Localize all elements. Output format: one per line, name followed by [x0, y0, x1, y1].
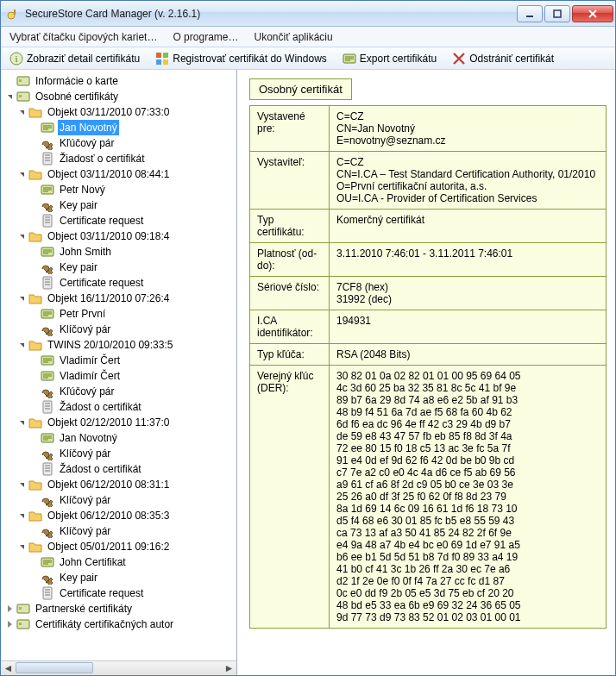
- tree-req[interactable]: Certificate request: [58, 585, 145, 601]
- cert-icon: [41, 245, 54, 259]
- expand-icon[interactable]: [16, 479, 27, 490]
- expand-icon[interactable]: [16, 340, 27, 350]
- request-icon: [41, 214, 54, 228]
- request-icon: [41, 586, 54, 600]
- tree-keypair[interactable]: Klíčový pár: [58, 523, 112, 539]
- tree-keypair[interactable]: Klíčový pár: [58, 446, 112, 461]
- tree-keypair[interactable]: Kľúčový pár: [58, 384, 116, 399]
- key-icon: [41, 571, 54, 585]
- expand-icon[interactable]: [4, 604, 15, 614]
- tool-delete-cert[interactable]: Odstrániť certifikát: [449, 50, 557, 67]
- minimize-button[interactable]: [517, 5, 543, 22]
- tree-keypair[interactable]: Key pair: [58, 197, 99, 213]
- tool-delete-label: Odstrániť certifikát: [469, 53, 554, 65]
- tree-personal-certs[interactable]: Osobné certifikáty: [34, 89, 120, 104]
- folder-icon: [28, 540, 42, 554]
- folder-icon: [28, 229, 42, 243]
- issuer-label: Vystaviteľ:: [250, 152, 330, 210]
- issued-for-label: Vystavené pre:: [250, 106, 330, 152]
- tree-req[interactable]: Certificate request: [58, 213, 145, 228]
- horizontal-scrollbar[interactable]: ◄ ►: [1, 660, 236, 675]
- card-icon: [16, 90, 30, 103]
- toolbar: Zobraziť detail certifikátu Registrovať …: [1, 47, 615, 70]
- serial-label: Sériové číslo:: [250, 277, 330, 310]
- tool-cert-detail-label: Zobraziť detail certifikátu: [27, 53, 140, 65]
- certificate-tree[interactable]: Informácie o karte Osobné certifikáty Ob…: [1, 70, 236, 635]
- tree-cert[interactable]: Jan Novotný: [58, 430, 119, 446]
- scroll-right-icon[interactable]: ►: [222, 662, 236, 675]
- tree-req[interactable]: Certificate request: [58, 275, 145, 291]
- tree-keypair[interactable]: Klíčový pár: [58, 322, 112, 337]
- tree-req[interactable]: Žiadosť o certifikát: [58, 151, 147, 166]
- tool-register-windows[interactable]: Registrovať certifikát do Windows: [152, 50, 330, 67]
- expand-icon[interactable]: [16, 510, 27, 521]
- tree-object[interactable]: Objekt 16/11/2010 07:26:4: [46, 291, 171, 306]
- expand-icon[interactable]: [4, 619, 15, 629]
- scroll-thumb[interactable]: [16, 662, 93, 673]
- cert-icon: [41, 354, 54, 367]
- cert-type-label: Typ certifikátu:: [250, 210, 330, 243]
- tree-cert[interactable]: Petr Nový: [58, 182, 107, 197]
- tree-cert[interactable]: John Certifikat: [58, 554, 128, 570]
- tool-register-label: Registrovať certifikát do Windows: [173, 53, 327, 65]
- tree-keypair[interactable]: Kľúčový pár: [58, 135, 116, 151]
- tool-export-cert[interactable]: Export certifikátu: [339, 50, 440, 67]
- tree-object[interactable]: TWINS 20/10/2010 09:33:5: [46, 337, 174, 353]
- detail-heading: Osobný certifikát: [249, 78, 352, 100]
- tree-object[interactable]: Object 05/01/2011 09:16:2: [46, 539, 171, 554]
- maximize-button[interactable]: [544, 5, 570, 22]
- card-icon: [16, 74, 30, 88]
- tree-object[interactable]: Object 03/11/2010 08:44:1: [46, 166, 171, 182]
- request-icon: [41, 276, 54, 290]
- menu-about[interactable]: O programe…: [173, 31, 238, 43]
- menu-quit[interactable]: Ukončiť aplikáciu: [254, 31, 332, 43]
- scroll-left-icon[interactable]: ◄: [1, 662, 16, 675]
- tree-cert[interactable]: John Smith: [58, 244, 113, 260]
- expand-icon[interactable]: [4, 91, 15, 102]
- tree-cert[interactable]: Vladimír Čert: [58, 353, 122, 368]
- tree-object[interactable]: Objekt 06/12/2010 08:35:3: [46, 508, 171, 523]
- card-icon: [16, 602, 30, 616]
- tree-keypair[interactable]: Key pair: [58, 260, 99, 275]
- tree-object[interactable]: Objekt 02/12/2010 11:37:0: [46, 415, 171, 430]
- tool-cert-detail[interactable]: Zobraziť detail certifikátu: [6, 50, 143, 67]
- tree-cert[interactable]: Jan Novotný: [58, 120, 119, 135]
- tree-cert[interactable]: Petr První: [58, 306, 107, 322]
- menu-select-reader[interactable]: Vybrať čítačku čipových kariet…: [9, 31, 157, 43]
- keytype-value: RSA (2048 Bits): [330, 344, 607, 366]
- tree-object[interactable]: Objekt 06/12/2010 08:31:1: [46, 477, 171, 492]
- tree-ca-certs[interactable]: Certifikáty certifikačných autor: [34, 617, 175, 632]
- serial-value: 7CF8 (hex) 31992 (dec): [330, 277, 607, 310]
- titlebar: SecureStore Card Manager (v. 2.16.1): [1, 1, 615, 27]
- expand-icon[interactable]: [16, 293, 27, 304]
- delete-icon: [452, 52, 466, 66]
- expand-icon[interactable]: [16, 169, 27, 179]
- validity-value: 3.11.2010 7:46:01 - 3.11.2011 7:46:01: [330, 243, 607, 277]
- key-icon: [41, 322, 54, 336]
- tree-card-info[interactable]: Informácie o karte: [34, 73, 120, 89]
- expand-icon[interactable]: [16, 541, 27, 552]
- folder-icon: [28, 338, 42, 352]
- close-button[interactable]: [572, 5, 613, 22]
- tree-keypair[interactable]: Klíčový pár: [58, 492, 112, 508]
- folder-icon: [28, 478, 42, 491]
- pubkey-value: 30 82 01 0a 02 82 01 01 00 95 69 64 05 4…: [330, 366, 607, 629]
- key-icon: [41, 385, 54, 398]
- tree-cert[interactable]: Vladimír Čert: [58, 368, 122, 384]
- expand-icon[interactable]: [16, 107, 27, 117]
- tree-req[interactable]: Žádost o certifikát: [58, 461, 143, 477]
- tree-req[interactable]: Žádost o certifikát: [58, 399, 143, 415]
- tool-export-label: Export certifikátu: [360, 53, 437, 65]
- expand-icon[interactable]: [16, 231, 27, 241]
- key-icon: [41, 524, 54, 538]
- tree-object[interactable]: Object 03/11/2010 09:18:4: [46, 228, 171, 244]
- windows-icon: [155, 52, 169, 66]
- tree-keypair[interactable]: Key pair: [58, 570, 99, 585]
- tree-partner-certs[interactable]: Partnerské certifikáty: [34, 601, 134, 617]
- expand-icon[interactable]: [16, 417, 27, 428]
- app-window: SecureStore Card Manager (v. 2.16.1) Vyb…: [0, 0, 616, 676]
- cert-icon: [41, 183, 54, 197]
- export-icon: [343, 52, 356, 66]
- tree-object[interactable]: Objekt 03/11/2010 07:33:0: [46, 104, 171, 120]
- key-icon: [41, 260, 54, 274]
